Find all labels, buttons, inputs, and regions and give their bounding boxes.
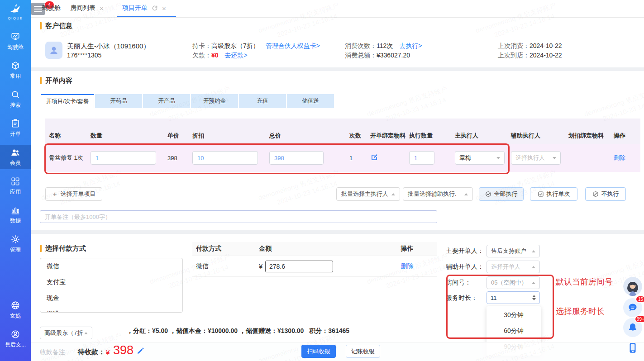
payment-method-wechat[interactable]: 微信 [40,258,182,274]
member-card-select[interactable]: 高级股东（7折 [40,327,92,339]
exec-qty-input[interactable] [409,151,434,165]
scan-pay-button[interactable]: 扫码收银 [301,345,336,358]
order-tab-deposit[interactable]: 开预约金 [191,94,238,108]
notifications-badge: 99+ [634,315,644,323]
order-tab-project[interactable]: 开项目/次卡/套餐 [41,94,94,108]
sidebar-item-billing[interactable]: 开单 [0,116,31,140]
stored-gift-value: ¥1300.00 [277,327,304,334]
members-icon [10,147,20,157]
main-executor-select[interactable]: 章梅 [455,151,505,165]
close-icon[interactable]: × [100,5,104,12]
check-circle-icon [485,191,491,197]
payment-amount-cell: ¥ [259,261,401,272]
add-order-item-button[interactable]: ＋选择开单项目 [45,187,102,201]
globe-icon [10,300,20,310]
sidebar-item-common[interactable]: 常用 [0,58,31,82]
customer-avatar [45,42,62,59]
duration-option-30[interactable]: 30分钟 [487,307,541,323]
edit-material-icon[interactable] [370,153,378,162]
total-price-input[interactable] [269,151,324,165]
tab-project-billing[interactable]: 项目开单 × [122,4,166,12]
assistant-avatar[interactable] [623,277,642,296]
app-screen: demomeirong 售后支持账户2024-10-23 14:16:14dem… [0,0,644,361]
main-executor-cell: 章梅 [455,151,511,165]
checkout-bar: 收款备注 待收款： ¥ 398 扫码收银 记账收银 [31,342,644,361]
batch-aux-executor-button[interactable]: 批量选择辅助执行. [403,187,473,201]
stepper-icon[interactable] [532,295,536,300]
sidebar-item-members[interactable]: 会员 [0,145,31,169]
aux-cashier-select[interactable]: 选择开单人 [487,261,540,273]
plus-icon: ＋ [52,190,58,198]
customer-total-line: 消费总额：¥336027.20 [345,52,410,60]
sidebar-item-dashboard[interactable]: 驾驶舱 [0,29,31,53]
service-duration-input[interactable]: 11 [487,291,540,304]
partner-rights-link[interactable]: 管理合伙人权益卡> [266,42,320,49]
payment-section-title: 选择付款方式 [45,244,86,253]
total-cell [269,151,349,165]
delete-payment-link[interactable]: 删除 [401,262,413,270]
payment-card: 选择付款方式 微信 支付宝 现金 银联 付款方式 金额 操作 微信 ¥ 删除 主… [31,234,644,321]
repay-link[interactable]: 去还款> [225,52,248,59]
amount-due-label: 待收款： [78,348,105,356]
order-tab-recharge[interactable]: 充值 [239,94,286,108]
phone-icon [627,342,639,354]
tab-dashboard[interactable]: 驾驶舱 [42,4,61,12]
payment-table-header: 付款方式 金额 操作 [192,242,437,256]
sidebar-item-account[interactable]: 售后支... [0,327,31,351]
annotation-duration-note: 选择服务时长 [556,306,605,317]
amount-due-value: 398 [113,343,134,357]
section-accent-bar [40,77,42,84]
main-cashier-select[interactable]: 售后支持账户 [487,245,540,257]
chevron-up-icon [532,250,535,252]
discount-cell [192,151,269,165]
customer-info-card: 客户信息 美丽人生-小冰（1091600） 176****1305 持卡：高级股… [31,18,644,67]
order-tab-product[interactable]: 开产品 [143,94,190,108]
app-logo[interactable]: QIQUE [0,3,31,20]
times-value: 1 [349,155,370,162]
batch-main-executor-button[interactable]: 批量选择主执行人 [336,187,400,201]
top-tab-bar: 4 驾驶舱 房间列表 × 项目开单 × [31,0,644,18]
debt-amount: ¥0 [211,52,219,59]
order-tab-stored-gift[interactable]: 储值送 [287,94,334,108]
last-visit-line: 上次到店：2024-10-22 [498,52,562,60]
order-content-card: 开单内容 开项目/次卡/套餐 开药品 开产品 开预约金 充值 储值送 名称 数量… [31,71,644,230]
bar-chart-icon [10,205,20,215]
duration-option-60[interactable]: 60分钟 [487,323,541,339]
order-section-title: 开单内容 [45,76,72,85]
app-logo-text: QIQUE [0,16,31,20]
sidebar-item-apps[interactable]: 应用 [0,174,31,198]
payment-row: 微信 ¥ 删除 [192,256,437,277]
payment-amount-input[interactable] [265,261,333,272]
payment-method-alipay[interactable]: 支付宝 [40,274,182,290]
sidebar-item-nvwa[interactable]: 女娲 [0,298,31,322]
refresh-icon[interactable] [152,5,158,11]
go-execute-link[interactable]: 去执行> [399,42,422,49]
credit-pay-button[interactable]: 记账收银 [346,345,380,358]
order-remark-input[interactable] [40,210,437,223]
payment-method-cash[interactable]: 现金 [40,290,182,306]
dividend-value: ¥5.00 [152,327,168,334]
mobile-button[interactable] [623,338,642,357]
discount-input[interactable] [192,151,258,165]
payment-note-button[interactable]: 收款备注 [40,348,65,356]
item-name: 骨盆修复 1次 [49,154,91,162]
execute-all-button[interactable]: 全部执行 [479,187,524,201]
aux-executor-select[interactable]: 选择执行人 [511,151,561,165]
qty-input[interactable] [91,151,156,165]
order-tab-medicine[interactable]: 开药品 [95,94,142,108]
currency-symbol: ¥ [259,263,262,270]
payment-method-unionpay[interactable]: 银联 [40,306,182,313]
sidebar-item-data[interactable]: 数据 [0,203,31,227]
edit-amount-icon[interactable] [137,347,144,355]
delete-item-link[interactable]: 删除 [614,154,625,161]
no-execute-button[interactable]: 不执行 [585,187,626,201]
sidebar: QIQUE 驾驶舱 常用 搜索 开单 会员 应用 数据 [0,0,31,361]
tab-room-list[interactable]: 房间列表 × [70,4,104,12]
bell-icon [627,322,638,333]
execute-once-button[interactable]: 执行单次 [530,187,577,201]
sidebar-item-admin[interactable]: 管理 [0,232,31,256]
close-icon[interactable]: × [162,5,166,12]
room-number-select[interactable]: 05（空闲中） [487,276,540,289]
annotation-room-note: 默认当前房间号 [556,276,613,287]
sidebar-item-search[interactable]: 搜索 [0,87,31,111]
